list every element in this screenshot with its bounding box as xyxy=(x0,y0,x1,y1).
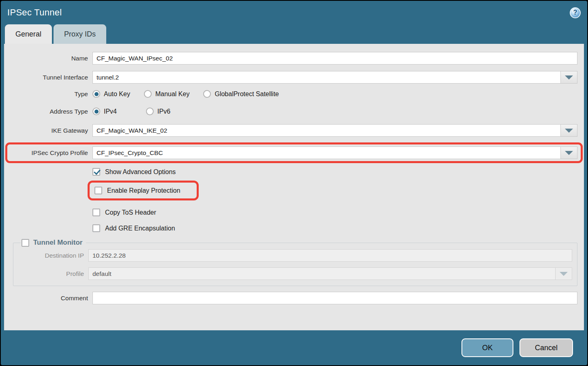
radio-manual-key-control[interactable] xyxy=(144,90,152,98)
show-advanced-options-checkbox[interactable] xyxy=(92,168,100,176)
radio-auto-key[interactable]: Auto Key xyxy=(92,90,130,98)
show-advanced-options-row: Show Advanced Options xyxy=(92,168,577,176)
add-gre-encapsulation-checkbox[interactable] xyxy=(92,224,100,232)
radio-ipv4-label: IPv4 xyxy=(104,108,117,115)
title-bar: IPSec Tunnel ? xyxy=(1,1,587,24)
tunnel-monitor-legend: Tunnel Monitor xyxy=(21,239,86,247)
radio-auto-key-control[interactable] xyxy=(92,90,100,98)
radio-auto-key-label: Auto Key xyxy=(104,90,130,98)
radio-ipv6-control[interactable] xyxy=(146,108,154,115)
address-type-label: Address Type xyxy=(11,108,88,115)
chevron-down-icon xyxy=(565,129,573,133)
profile-dropdown-button xyxy=(556,267,572,280)
copy-tos-header-row: Copy ToS Header xyxy=(92,209,577,216)
ipsec-crypto-profile-input[interactable] xyxy=(92,146,561,159)
radio-globalprotect-satellite-label: GlobalProtect Satellite xyxy=(215,90,279,98)
tab-general[interactable]: General xyxy=(5,24,52,44)
chevron-down-icon xyxy=(560,272,568,276)
profile-row: Profile xyxy=(15,267,572,280)
ok-button[interactable]: OK xyxy=(461,338,513,357)
ike-gateway-label: IKE Gateway xyxy=(11,127,88,134)
tunnel-interface-input[interactable] xyxy=(92,71,561,84)
chevron-down-icon xyxy=(565,151,573,155)
ipsec-crypto-profile-label: IPSec Crypto Profile xyxy=(11,149,88,157)
ipsec-tunnel-dialog: IPSec Tunnel ? General Proxy IDs Name Tu… xyxy=(1,1,587,365)
comment-input[interactable] xyxy=(92,292,577,304)
profile-label: Profile xyxy=(15,270,84,278)
tab-proxy-ids-label: Proxy IDs xyxy=(64,30,96,39)
profile-input xyxy=(88,267,556,280)
tab-general-label: General xyxy=(15,30,41,39)
help-icon[interactable]: ? xyxy=(570,7,581,18)
destination-ip-input xyxy=(88,249,572,262)
general-tab-panel: Name Tunnel Interface Type Auto Key xyxy=(4,44,584,330)
radio-manual-key[interactable]: Manual Key xyxy=(144,90,190,98)
tunnel-monitor-label: Tunnel Monitor xyxy=(33,239,83,247)
ike-gateway-dropdown-button[interactable] xyxy=(561,124,577,137)
copy-tos-header-checkbox[interactable] xyxy=(92,209,100,216)
type-row: Type Auto Key Manual Key GlobalProtect S… xyxy=(11,90,577,98)
highlight-box-enable-replay-protection: Enable Replay Protection xyxy=(88,181,199,200)
ipsec-crypto-profile-row: IPSec Crypto Profile xyxy=(11,146,577,159)
add-gre-encapsulation-row: Add GRE Encapsulation xyxy=(92,224,577,232)
comment-label: Comment xyxy=(11,295,88,302)
tunnel-monitor-group: Tunnel Monitor Destination IP Profile xyxy=(13,239,577,286)
destination-ip-row: Destination IP xyxy=(15,249,572,262)
enable-replay-protection-label: Enable Replay Protection xyxy=(107,187,180,194)
tunnel-monitor-checkbox[interactable] xyxy=(21,239,29,247)
enable-replay-protection-checkbox[interactable] xyxy=(94,187,102,194)
highlight-box-ipsec-crypto-profile: IPSec Crypto Profile xyxy=(5,142,583,163)
chevron-down-icon xyxy=(565,75,573,80)
radio-manual-key-label: Manual Key xyxy=(155,90,190,98)
add-gre-encapsulation-label: Add GRE Encapsulation xyxy=(105,225,175,232)
radio-globalprotect-satellite[interactable]: GlobalProtect Satellite xyxy=(203,90,279,98)
radio-ipv4[interactable]: IPv4 xyxy=(92,108,117,115)
tab-proxy-ids[interactable]: Proxy IDs xyxy=(54,24,106,44)
comment-row: Comment xyxy=(11,292,577,304)
ike-gateway-input[interactable] xyxy=(92,124,561,137)
cancel-button[interactable]: Cancel xyxy=(519,338,573,357)
name-input[interactable] xyxy=(92,52,577,65)
tab-bar: General Proxy IDs xyxy=(1,24,587,44)
type-label: Type xyxy=(11,90,88,98)
name-row: Name xyxy=(11,52,577,65)
ike-gateway-row: IKE Gateway xyxy=(11,124,577,137)
dialog-footer: OK Cancel xyxy=(1,330,587,365)
radio-ipv4-control[interactable] xyxy=(92,108,100,115)
show-advanced-options-label: Show Advanced Options xyxy=(105,168,176,176)
radio-ipv6[interactable]: IPv6 xyxy=(146,108,170,115)
destination-ip-label: Destination IP xyxy=(15,252,84,259)
address-type-row: Address Type IPv4 IPv6 xyxy=(11,108,577,115)
dialog-title: IPSec Tunnel xyxy=(7,7,62,18)
radio-globalprotect-satellite-control[interactable] xyxy=(203,90,211,98)
name-label: Name xyxy=(11,55,88,62)
radio-ipv6-label: IPv6 xyxy=(157,108,170,115)
ipsec-crypto-profile-dropdown-button[interactable] xyxy=(561,146,577,159)
copy-tos-header-label: Copy ToS Header xyxy=(105,209,156,216)
tunnel-interface-dropdown-button[interactable] xyxy=(561,71,577,84)
tunnel-interface-label: Tunnel Interface xyxy=(11,74,88,81)
tunnel-interface-row: Tunnel Interface xyxy=(11,71,577,84)
